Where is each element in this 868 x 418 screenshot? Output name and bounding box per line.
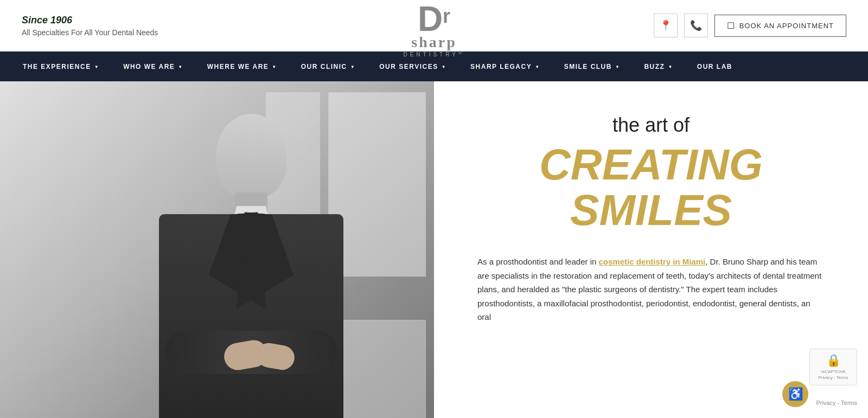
art-of-text: the art of (477, 114, 825, 137)
chevron-down-icon-who: ▼ (178, 65, 183, 69)
text-side: the art of CREATING SMILES As a prosthod… (434, 81, 868, 418)
recaptcha-badge: 🔒 reCAPTCHAPrivacy - Terms (809, 349, 857, 385)
accessibility-icon: ♿ (788, 387, 803, 401)
chevron-down-icon-services: ▼ (442, 65, 446, 69)
nav-label-our-lab: OUR LAB (697, 63, 732, 70)
nav-label-experience: THE EXPERIENCE (23, 63, 91, 70)
nav-item-sharp-legacy[interactable]: SHARP LEGACY ▼ (458, 52, 552, 81)
nav-item-our-lab[interactable]: OUR LAB (685, 52, 744, 81)
creating-text: CREATING (477, 142, 825, 188)
top-right-actions: 📍 📞 BOOK AN APPOINTMENT (654, 14, 846, 37)
nav-item-who-we-are[interactable]: WHO WE ARE ▼ (111, 52, 195, 81)
accessibility-button[interactable]: ♿ (782, 381, 808, 407)
phone-icon: 📞 (690, 20, 702, 31)
description-part2: , Dr. Bruno Sharp and his team are speci… (477, 257, 821, 321)
nav-label-buzz: BUZZ (644, 63, 665, 70)
tagline: All Specialties For All Your Dental Need… (22, 28, 158, 37)
top-bar: Since 1906 All Specialties For All Your … (0, 0, 868, 52)
main-content: the art of CREATING SMILES As a prosthod… (0, 81, 868, 418)
creating-smiles-text: CREATING SMILES (477, 142, 825, 233)
chevron-down-icon-clinic: ▼ (350, 65, 355, 69)
cosmetic-dentistry-link[interactable]: cosmetic dentistry in Miami (598, 257, 705, 266)
chevron-down-icon-legacy: ▼ (535, 65, 540, 69)
chevron-down-icon-where: ▼ (272, 65, 277, 69)
description-part1: As a prosthodontist and leader in (477, 257, 598, 266)
nav-label-where-we-are: WHERE WE ARE (207, 63, 269, 70)
privacy-terms: Privacy - Terms (816, 399, 857, 407)
nav-label-who-we-are: WHO WE ARE (123, 63, 175, 70)
chevron-down-icon-experience: ▼ (94, 65, 99, 69)
logo-dentistry: DENTISTRY® (403, 50, 464, 57)
nav-label-our-clinic: OUR CLINIC (301, 63, 347, 70)
smiles-text: SMILES (477, 188, 825, 233)
location-icon: 📍 (660, 20, 672, 31)
recaptcha-text: reCAPTCHAPrivacy - Terms (815, 369, 851, 381)
description-text: As a prosthodontist and leader in cosmet… (477, 255, 825, 324)
logo-D: D (418, 4, 443, 34)
logo[interactable]: D r sharp DENTISTRY® (403, 4, 464, 58)
nav-item-our-clinic[interactable]: OUR CLINIC ▼ (289, 52, 367, 81)
since-text: Since 1906 (22, 15, 158, 26)
location-button[interactable]: 📍 (654, 14, 678, 37)
nav-label-smile-club: SMILE CLUB (564, 63, 612, 70)
nav-label-our-services: OUR SERVICES (379, 63, 438, 70)
nav-item-buzz[interactable]: BUZZ ▼ (632, 52, 685, 81)
top-left-info: Since 1906 All Specialties For All Your … (22, 15, 158, 37)
recaptcha-logo: 🔒 (815, 353, 851, 368)
hero-image (0, 81, 434, 418)
logo-sharp: sharp (411, 34, 456, 51)
nav-item-where-we-are[interactable]: WHERE WE ARE ▼ (195, 52, 289, 81)
nav-item-smile-club[interactable]: SMILE CLUB ▼ (552, 52, 633, 81)
chevron-down-icon-smile: ▼ (615, 65, 620, 69)
nav-item-experience[interactable]: THE EXPERIENCE ▼ (11, 52, 111, 81)
logo-r: r (443, 7, 450, 26)
phone-button[interactable]: 📞 (684, 14, 708, 37)
privacy-terms-link[interactable]: Privacy - Terms (816, 400, 857, 406)
nav-label-sharp-legacy: SHARP LEGACY (470, 63, 532, 70)
chevron-down-icon-buzz: ▼ (668, 65, 673, 69)
book-appointment-button[interactable]: BOOK AN APPOINTMENT (714, 15, 846, 37)
